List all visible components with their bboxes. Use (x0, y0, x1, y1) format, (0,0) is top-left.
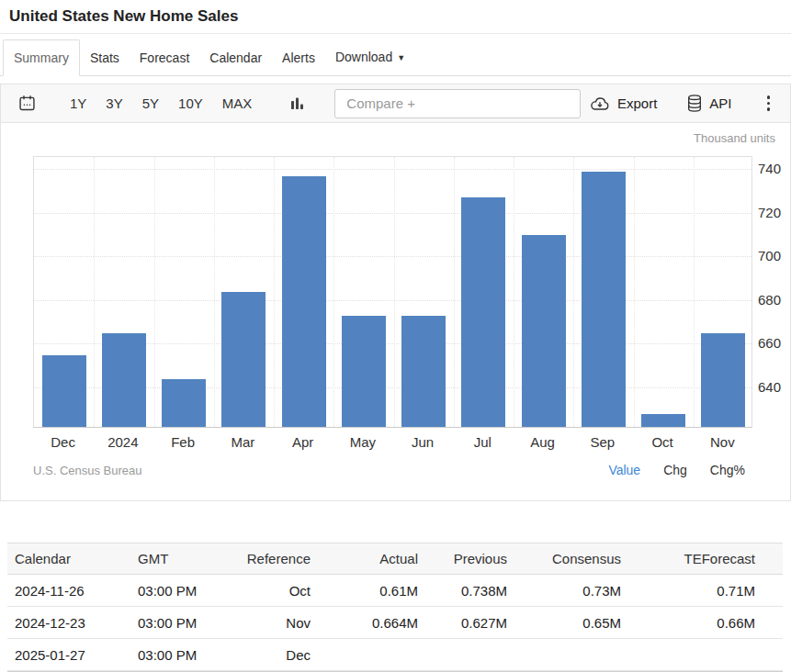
cell-calendar: 2025-01-27 (7, 639, 127, 671)
cell-teforecast (628, 639, 783, 671)
range-button-1y[interactable]: 1Y (62, 92, 94, 115)
cell-consensus (514, 639, 628, 671)
tab-calendar[interactable]: Calendar (199, 40, 272, 75)
export-button[interactable]: Export (589, 95, 657, 113)
column-header-teforecast: TEForecast (628, 543, 783, 575)
api-button[interactable]: API (686, 94, 731, 113)
x-gridline (94, 157, 95, 427)
range-button-10y[interactable]: 10Y (171, 92, 210, 115)
bar-jun[interactable] (401, 316, 446, 427)
column-header-consensus: Consensus (514, 543, 628, 575)
x-gridline (154, 157, 155, 427)
y-gridline (34, 300, 751, 301)
table-row[interactable]: 2024-11-2603:00 PMOct0.61M0.738M0.73M0.7… (7, 575, 783, 607)
tab-stats[interactable]: Stats (80, 40, 130, 75)
series-mode-links: ValueChgChg% (608, 463, 745, 477)
bar-oct[interactable] (641, 414, 685, 427)
chart-toolbar: 1Y3Y5Y10YMAX Export API (0, 84, 791, 123)
y-axis-tick-660: 660 (758, 335, 789, 351)
x-gridline (333, 157, 334, 427)
cell-consensus: 0.73M (514, 575, 628, 607)
x-axis-label-oct: Oct (633, 434, 693, 450)
cell-actual: 0.664M (320, 607, 425, 639)
cell-gmt: 03:00 PM (127, 639, 232, 671)
cell-actual: 0.61M (320, 575, 425, 607)
source-link[interactable]: U.S. Census Bureau (33, 464, 142, 477)
bar-feb[interactable] (162, 379, 206, 427)
calendar-table: CalendarGMTReferenceActualPreviousConsen… (7, 543, 783, 671)
bar-dec[interactable] (42, 355, 86, 427)
bar-aug[interactable] (522, 235, 566, 427)
cell-teforecast: 0.71M (628, 575, 783, 607)
bar-sep[interactable] (582, 172, 626, 427)
range-buttons: 1Y3Y5Y10YMAX (62, 92, 259, 115)
x-axis-label-2024: 2024 (93, 434, 153, 450)
compare-input[interactable] (334, 89, 581, 118)
y-axis-tick-680: 680 (758, 292, 789, 308)
y-axis-tick-700: 700 (758, 248, 789, 263)
bar-jul[interactable] (461, 197, 505, 427)
tab-summary[interactable]: Summary (3, 39, 80, 76)
cell-calendar: 2024-12-23 (7, 607, 127, 639)
y-axis-tick-640: 640 (758, 379, 789, 395)
tab-alerts[interactable]: Alerts (272, 40, 325, 75)
column-header-reference: Reference (232, 543, 320, 575)
x-axis-labels: Dec2024FebMarAprMayJunJulAugSepOctNov (33, 434, 752, 451)
axis-unit-label: Thousand units (694, 131, 775, 145)
bar-2024[interactable] (102, 333, 146, 427)
table-row[interactable]: 2025-01-2703:00 PMDec (7, 639, 783, 671)
cell-reference: Nov (232, 607, 320, 639)
x-axis-label-jun: Jun (393, 434, 453, 450)
chart-panel: Thousand units Dec2024FebMarAprMayJunJul… (0, 123, 791, 501)
bar-may[interactable] (342, 316, 386, 427)
y-gridline (34, 213, 751, 214)
x-axis-label-jul: Jul (453, 434, 513, 450)
x-axis-label-mar: Mar (213, 434, 273, 450)
more-options-button[interactable] (762, 93, 776, 114)
range-button-max[interactable]: MAX (215, 92, 260, 115)
page-header: United States New Home Sales (0, 0, 791, 34)
database-icon (686, 94, 703, 113)
cell-reference: Dec (232, 639, 320, 671)
table-row[interactable]: 2024-12-2303:00 PMNov0.664M0.627M0.65M0.… (7, 607, 783, 639)
cell-teforecast: 0.66M (628, 607, 783, 639)
y-gridline (34, 256, 751, 257)
calendar-icon (17, 94, 37, 113)
footer-link-chg[interactable]: Chg (663, 463, 687, 477)
x-axis-label-dec: Dec (33, 434, 93, 450)
x-gridline (573, 157, 574, 427)
api-label: API (709, 95, 731, 111)
chart-type-button[interactable] (288, 95, 307, 113)
cell-actual (320, 639, 425, 671)
cell-consensus: 0.65M (514, 607, 628, 639)
bar-chart-icon (290, 96, 305, 111)
range-button-3y[interactable]: 3Y (98, 92, 130, 115)
plot-area (33, 156, 752, 428)
tab-forecast[interactable]: Forecast (130, 40, 199, 75)
x-gridline (634, 157, 635, 427)
bar-apr[interactable] (282, 176, 326, 427)
calendar-table-body: 2024-11-2603:00 PMOct0.61M0.738M0.73M0.7… (7, 575, 783, 671)
column-header-previous: Previous (425, 543, 514, 575)
footer-link-value[interactable]: Value (608, 463, 640, 477)
footer-link-chgpct[interactable]: Chg% (710, 463, 745, 477)
x-axis-label-sep: Sep (572, 434, 632, 450)
caret-down-icon: ▼ (397, 53, 405, 62)
range-button-5y[interactable]: 5Y (135, 92, 166, 115)
x-gridline (394, 157, 395, 427)
date-range-button[interactable] (16, 92, 39, 115)
chart-footer: U.S. Census Bureau ValueChgChg% (1, 463, 790, 477)
cell-calendar: 2024-11-26 (7, 575, 127, 607)
y-axis-tick-740: 740 (758, 161, 789, 176)
column-header-actual: Actual (320, 543, 425, 575)
cell-gmt: 03:00 PM (127, 575, 232, 607)
x-axis-label-apr: Apr (273, 434, 333, 450)
toolbar-right-tools: Export API (589, 93, 775, 114)
bar-mar[interactable] (221, 292, 266, 427)
cell-gmt: 03:00 PM (127, 607, 232, 639)
x-axis-label-may: May (333, 434, 392, 450)
x-gridline (694, 157, 695, 427)
x-axis-label-nov: Nov (693, 434, 752, 450)
bar-nov[interactable] (701, 333, 745, 427)
tab-download[interactable]: Download▼ (325, 39, 415, 75)
